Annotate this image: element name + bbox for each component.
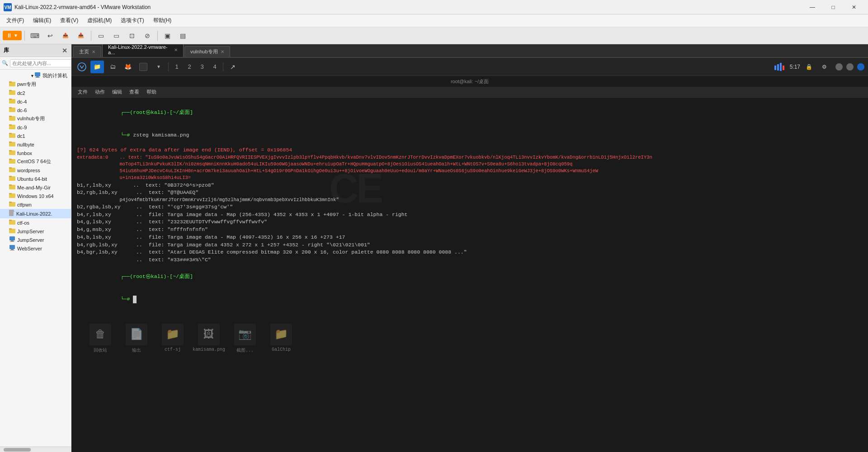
firefox-icon: 🦊 bbox=[124, 63, 132, 70]
desktop-icon-output[interactable]: 📄 输出 bbox=[120, 324, 153, 353]
tb-btn3[interactable]: 📤 bbox=[58, 29, 73, 42]
tb-btn2[interactable]: ↩ bbox=[43, 29, 57, 42]
svg-rect-28 bbox=[9, 176, 12, 177]
svg-rect-35 bbox=[9, 210, 14, 216]
search-input[interactable] bbox=[10, 59, 71, 67]
menu-item-v[interactable]: 查看(V) bbox=[56, 15, 83, 26]
sidebar-item-12[interactable]: Ubuntu 64-bit bbox=[0, 174, 71, 183]
expand-arrow-0[interactable]: ▼ bbox=[30, 74, 34, 78]
sidebar-item-label-5: vulnhub专用 bbox=[17, 115, 45, 122]
tab-1[interactable]: Kali-Linux-2022.2-vmware-a...✕ bbox=[102, 44, 184, 57]
sidebar-item-icon-3 bbox=[9, 98, 15, 105]
pause-button[interactable]: ⏸ ▼ bbox=[3, 31, 22, 40]
term-line-12: b4,g,lsb,xy .. text: "23232EUUTDTVfvwwff… bbox=[77, 218, 863, 226]
sidebar-item-icon-0 bbox=[34, 72, 41, 79]
vm-circle-btn1[interactable] bbox=[835, 63, 843, 71]
vm-tb-dropdown[interactable]: ▼ bbox=[152, 61, 165, 73]
vm-toolbar-extra-button[interactable]: ↗ bbox=[226, 61, 240, 73]
sidebar-item-11[interactable]: wordpress bbox=[0, 166, 71, 174]
tb-btn4[interactable]: 📥 bbox=[74, 29, 88, 42]
sidebar-item-16[interactable]: Kali-Linux-2022. bbox=[0, 209, 71, 218]
vm-tb-btn5[interactable] bbox=[137, 61, 150, 73]
file-manager-button[interactable]: 📁 bbox=[90, 61, 104, 73]
tb-btn9[interactable]: ▣ bbox=[160, 29, 175, 42]
tab-close-2[interactable]: ✕ bbox=[221, 49, 224, 54]
menu-item-f[interactable]: 文件(F) bbox=[2, 15, 28, 26]
sidebar-item-20[interactable]: WebServer bbox=[0, 244, 71, 253]
terminal-button[interactable]: 🗂 bbox=[106, 61, 119, 73]
term-prompt-3: ┌──(root㉿kali)-[~/桌面] bbox=[121, 273, 193, 279]
kali-menu-button[interactable] bbox=[75, 61, 89, 73]
sidebar-item-19[interactable]: JumpServer bbox=[0, 235, 71, 244]
tb-btn7[interactable]: ⊡ bbox=[125, 29, 139, 42]
sidebar-item-6[interactable]: dc-9 bbox=[0, 123, 71, 132]
sidebar-item-10[interactable]: CentOS 7 64位 bbox=[0, 157, 71, 166]
menu-item-h[interactable]: 帮助(H) bbox=[149, 15, 176, 26]
sidebar-item-icon-11 bbox=[9, 167, 15, 174]
terminal-menu-file[interactable]: 文件 bbox=[75, 88, 90, 96]
sidebar-item-2[interactable]: dc2 bbox=[0, 89, 71, 97]
fullscreen-button[interactable]: ▭ bbox=[94, 29, 108, 42]
h-scrollbar[interactable] bbox=[0, 447, 71, 452]
workspace-2-button[interactable]: 2 bbox=[184, 61, 195, 72]
settings-button[interactable]: ⚙ bbox=[817, 61, 831, 73]
sidebar-item-label-13: Me-and-My-Gir bbox=[17, 185, 51, 190]
tab-0[interactable]: 主页✕ bbox=[73, 46, 101, 57]
sidebar-item-13[interactable]: Me-and-My-Gir bbox=[0, 183, 71, 192]
vm-circle-btn2[interactable] bbox=[846, 63, 854, 71]
terminal-menu-help[interactable]: 帮助 bbox=[144, 88, 159, 96]
desktop-icon-kamisama[interactable]: 🖼 kamisama.png bbox=[193, 324, 225, 353]
firefox-button[interactable]: 🦊 bbox=[121, 61, 135, 73]
desktop-icon-bin[interactable]: 🗑 回收站 bbox=[84, 324, 117, 353]
vm-network-indicator bbox=[774, 63, 784, 71]
sidebar-item-9[interactable]: funbox bbox=[0, 149, 71, 157]
sidebar-item-5[interactable]: vulnhub专用 bbox=[0, 114, 71, 123]
menu-item-m[interactable]: 虚拟机(M) bbox=[83, 15, 116, 26]
sidebar-item-7[interactable]: dc1 bbox=[0, 132, 71, 140]
sidebar-item-15[interactable]: ctfpwn bbox=[0, 200, 71, 209]
terminal[interactable]: CE ┌──(root㉿kali)-[~/桌面] └─# zsteg kamis… bbox=[71, 98, 868, 452]
tb-btn6[interactable]: ▭ bbox=[109, 29, 124, 42]
term-line-3: [?] 624 bytes of extra data after image … bbox=[77, 146, 863, 154]
sidebar-close-button[interactable]: ✕ bbox=[62, 47, 67, 54]
sidebar-item-icon-9 bbox=[9, 150, 15, 156]
terminal-menubar: 文件 动作 编辑 查看 帮助 bbox=[71, 87, 868, 98]
sidebar-item-label-20: WebServer bbox=[17, 246, 42, 251]
desktop-icon-screenshot[interactable]: 📷 截图... bbox=[229, 324, 261, 353]
sidebar-item-17[interactable]: ctf-os bbox=[0, 218, 71, 227]
lock-button[interactable]: 🔒 bbox=[802, 61, 816, 73]
maximize-button[interactable]: □ bbox=[823, 0, 844, 14]
menu-item-e[interactable]: 编辑(E) bbox=[28, 15, 56, 26]
minimize-button[interactable]: — bbox=[802, 0, 823, 14]
pause-dropdown[interactable]: ▼ bbox=[14, 33, 18, 38]
sidebar-item-4[interactable]: dc-6 bbox=[0, 106, 71, 114]
tab-close-0[interactable]: ✕ bbox=[92, 49, 95, 54]
svg-rect-24 bbox=[9, 159, 12, 160]
vm-circle-btn3[interactable] bbox=[857, 63, 864, 71]
sidebar-item-3[interactable]: dc-4 bbox=[0, 97, 71, 106]
close-button[interactable]: ✕ bbox=[844, 0, 864, 14]
sidebar-item-0[interactable]: ▼我的计算机 bbox=[0, 71, 71, 80]
terminal-menu-action[interactable]: 动作 bbox=[92, 88, 108, 96]
workspace-1-button[interactable]: 1 bbox=[171, 61, 182, 72]
tab-close-1[interactable]: ✕ bbox=[174, 47, 178, 52]
menu-item-t[interactable]: 选项卡(T) bbox=[116, 15, 148, 26]
desktop-icon-ctfsj[interactable]: 📁 ctf-sj bbox=[156, 324, 189, 353]
tb-btn10[interactable]: ▤ bbox=[176, 29, 190, 42]
send-ctrl-alt-del-button[interactable]: ⌨ bbox=[28, 29, 42, 42]
workspace-4-button[interactable]: 4 bbox=[209, 61, 220, 72]
workspace-3-button[interactable]: 3 bbox=[197, 61, 208, 72]
svg-rect-45 bbox=[10, 250, 14, 250]
sidebar-item-14[interactable]: Windows 10 x64 bbox=[0, 192, 71, 200]
vm-area[interactable]: 📁 🗂 🦊 ▼ 1 2 3 4 ↗ bbox=[71, 58, 868, 452]
sidebar-item-1[interactable]: pwn专用 bbox=[0, 80, 71, 89]
terminal-menu-edit[interactable]: 编辑 bbox=[109, 88, 125, 96]
sidebar-item-18[interactable]: JumpServer bbox=[0, 227, 71, 235]
tab-2[interactable]: vulnhub专用✕ bbox=[184, 46, 230, 57]
terminal-menu-view[interactable]: 查看 bbox=[127, 88, 142, 96]
tb-btn8[interactable]: ⊘ bbox=[140, 29, 155, 42]
sidebar-item-8[interactable]: nullbyte bbox=[0, 140, 71, 149]
sidebar-item-icon-18 bbox=[9, 228, 15, 235]
desktop-icon-galchip[interactable]: 📁 GalChip bbox=[265, 324, 297, 353]
scrollbar-thumb[interactable] bbox=[4, 448, 31, 452]
